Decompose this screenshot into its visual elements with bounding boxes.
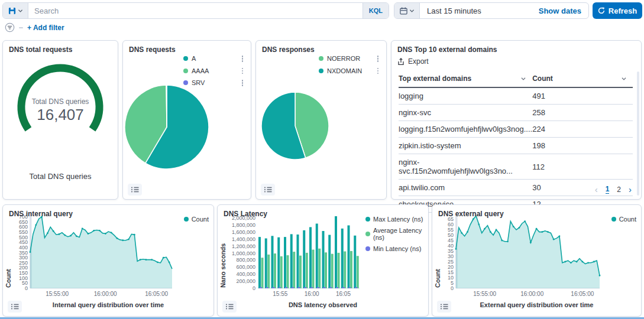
svg-text:35: 35 xyxy=(448,248,454,254)
column-header-domains[interactable]: Top external domains xyxy=(399,71,532,87)
panel-title[interactable]: DNS total requests xyxy=(9,45,72,54)
time-range-value[interactable]: Last 15 minutes xyxy=(420,3,488,18)
legend-item-nxdomain[interactable]: NXDOMAIN xyxy=(327,67,372,74)
previous-page-icon[interactable]: ‹ xyxy=(595,184,598,194)
export-label: Export xyxy=(408,57,429,66)
svg-text:16:00: 16:00 xyxy=(305,291,319,297)
panel-title[interactable]: DNS requests xyxy=(129,45,176,54)
chevron-down-icon xyxy=(18,9,23,13)
pagination: ‹ 1 2 › xyxy=(595,184,632,194)
area-chart[interactable]: 0510152025303540455055606515:55:0016:00:… xyxy=(432,205,641,316)
search-bar: KQL xyxy=(2,2,389,19)
panel-title[interactable]: DNS internal query xyxy=(9,210,73,218)
svg-text:16:05: 16:05 xyxy=(336,291,351,297)
svg-text:600: 600 xyxy=(19,224,28,230)
page-1-button[interactable]: 1 xyxy=(606,185,610,194)
svg-text:30: 30 xyxy=(448,253,454,259)
cell-domain: nginx-svc xyxy=(399,105,532,121)
show-dates-button[interactable]: Show dates xyxy=(532,3,588,18)
legend-actions-icon[interactable] xyxy=(376,55,381,63)
gauge-value: 16,407 xyxy=(3,106,118,124)
legend-item-srv[interactable]: SRV xyxy=(192,79,237,86)
chevron-down-icon xyxy=(409,9,415,13)
saved-query-menu-button[interactable] xyxy=(3,3,28,18)
refresh-button[interactable]: Refresh xyxy=(593,2,642,19)
legend-item-count: Count xyxy=(619,216,636,223)
legend[interactable]: Count xyxy=(611,216,636,223)
add-filter-button[interactable]: + Add filter xyxy=(27,24,64,32)
legend-dot xyxy=(365,246,370,251)
area-chart[interactable]: 0501001502002503003504004505005506006507… xyxy=(3,205,213,316)
svg-text:0: 0 xyxy=(25,285,28,291)
legend-actions-icon[interactable] xyxy=(240,67,245,75)
legend-dot xyxy=(319,69,323,73)
svg-text:0: 0 xyxy=(253,285,255,291)
svg-text:15:55:00: 15:55:00 xyxy=(46,291,69,297)
svg-text:16:05:00: 16:05:00 xyxy=(145,291,168,297)
export-button[interactable]: Export xyxy=(397,57,429,66)
legend-actions-icon[interactable] xyxy=(376,67,381,75)
legend-actions-icon[interactable] xyxy=(240,79,245,87)
table-row: zipkin.istio-system198 xyxy=(399,138,633,154)
svg-text:550: 550 xyxy=(19,229,28,235)
legend[interactable]: Count xyxy=(184,216,209,223)
svg-text:150: 150 xyxy=(19,270,28,276)
svg-text:250: 250 xyxy=(19,260,28,266)
cell-count: 258 xyxy=(532,105,633,121)
list-icon xyxy=(440,303,448,310)
cell-count: 112 xyxy=(532,154,633,180)
legend: A AAAA SRV xyxy=(183,55,245,87)
legend: Max Latency (ns) Average Latency (ns) Mi… xyxy=(365,216,428,252)
svg-text:0: 0 xyxy=(451,285,454,291)
svg-text:15: 15 xyxy=(448,269,454,275)
legend-item-noerror[interactable]: NOERROR xyxy=(327,55,372,62)
svg-text:1,200,000: 1,200,000 xyxy=(232,243,255,249)
svg-text:200,000: 200,000 xyxy=(236,278,255,284)
legend: NOERROR NXDOMAIN xyxy=(319,55,380,74)
column-header-count[interactable]: Count xyxy=(532,71,633,87)
table-row: logging.f15n2womfujehfjlwv0lgs3nog....22… xyxy=(399,121,633,138)
filter-bar: + Add filter xyxy=(5,22,64,32)
panel-title[interactable]: DNS external query xyxy=(438,210,504,218)
svg-text:200: 200 xyxy=(19,265,28,271)
page-2-button[interactable]: 2 xyxy=(617,185,621,194)
legend-toggle-button[interactable] xyxy=(8,301,22,313)
svg-text:1,600,000: 1,600,000 xyxy=(232,229,255,235)
refresh-icon xyxy=(598,7,605,14)
legend-toggle-button[interactable] xyxy=(437,301,451,313)
svg-text:15:55:00: 15:55:00 xyxy=(473,291,496,297)
search-input[interactable] xyxy=(28,3,363,18)
next-page-icon[interactable]: › xyxy=(629,184,632,194)
list-icon xyxy=(264,186,272,193)
panel-dns-requests: DNS requests A AAAA SRV xyxy=(122,40,251,200)
filter-icon[interactable] xyxy=(5,22,15,32)
gauge-center-label: Total DNS queries xyxy=(3,97,118,106)
cell-domain: nginx-svc.f15n2womfujehfjlwv0lgs3no... xyxy=(399,154,532,180)
legend-item-a[interactable]: A xyxy=(192,55,237,62)
svg-text:20: 20 xyxy=(448,264,454,270)
kql-language-button[interactable]: KQL xyxy=(363,3,389,18)
cell-domain: zipkin.istio-system xyxy=(399,138,532,154)
scrollbar[interactable] xyxy=(637,71,639,196)
date-quick-menu-button[interactable] xyxy=(394,3,420,18)
table-row: logging491 xyxy=(399,87,633,105)
panel-dns-latency: DNS Latency Nano seconds 0200,000400,000… xyxy=(217,204,429,317)
legend-item-average-latency[interactable]: Average Latency (ns) xyxy=(373,227,428,241)
legend-actions-icon[interactable] xyxy=(240,55,245,63)
legend-item-count: Count xyxy=(192,216,209,223)
svg-text:50: 50 xyxy=(22,280,28,286)
panel-title[interactable]: DNS responses xyxy=(262,45,315,54)
legend-item-max-latency[interactable]: Max Latency (ns) xyxy=(373,216,423,223)
legend-toggle-button[interactable] xyxy=(128,184,142,196)
svg-text:350: 350 xyxy=(19,250,28,256)
legend-dot xyxy=(183,69,188,73)
panel-title[interactable]: DNS Latency xyxy=(224,210,267,218)
legend-toggle-button[interactable] xyxy=(261,184,275,196)
legend-item-aaaa[interactable]: AAAA xyxy=(192,67,237,74)
legend-toggle-button[interactable] xyxy=(222,301,237,313)
panel-title[interactable]: DNS Top 10 external domains xyxy=(397,45,497,54)
svg-text:1,800,000: 1,800,000 xyxy=(232,222,255,228)
panel-dns-total-requests: DNS total requests Total DNS queries 16,… xyxy=(2,40,118,200)
panel-dns-internal-query: DNS internal query Count 050100150200250… xyxy=(2,204,214,317)
legend-item-min-latency[interactable]: Min Latency (ns) xyxy=(373,245,421,252)
